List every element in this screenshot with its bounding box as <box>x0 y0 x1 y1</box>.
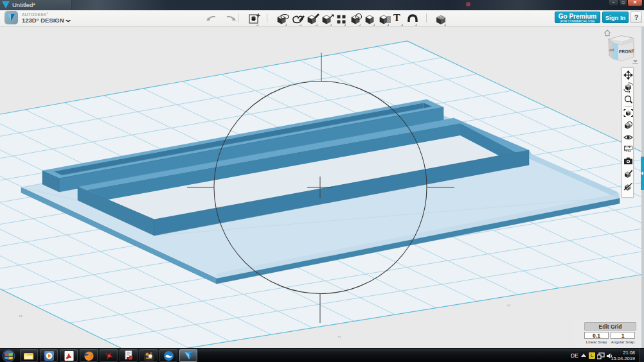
svg-text:LEFT: LEFT <box>609 48 614 52</box>
svg-text:+y: +y <box>337 334 341 338</box>
svg-text:FRONT: FRONT <box>619 49 635 54</box>
svg-text:↕x: ↕x <box>19 314 22 318</box>
svg-text:+y: +y <box>506 303 510 307</box>
